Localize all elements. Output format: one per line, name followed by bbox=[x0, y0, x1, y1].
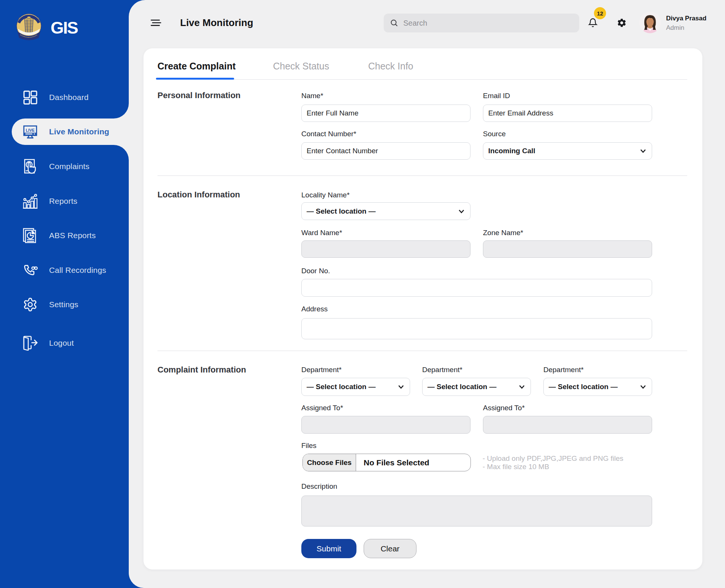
svg-text:LIVE: LIVE bbox=[26, 128, 34, 132]
